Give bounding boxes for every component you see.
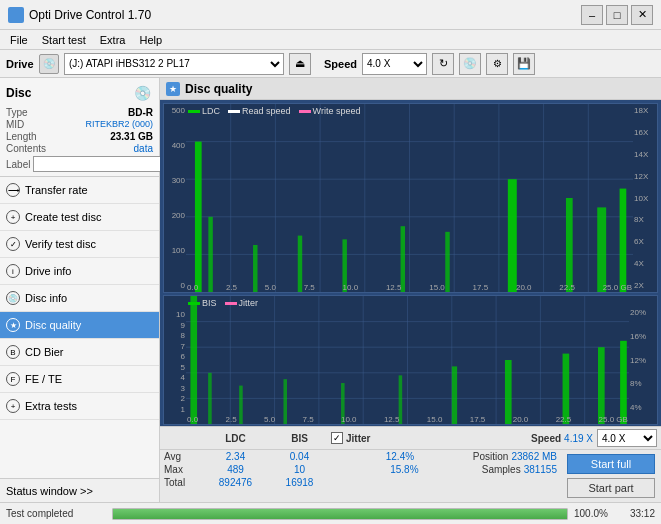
svg-rect-23 (620, 189, 627, 292)
nav-fe-te[interactable]: F FE / TE (0, 366, 159, 393)
type-value: BD-R (128, 107, 153, 118)
disc-quality-title: Disc quality (185, 82, 252, 96)
settings-icon[interactable]: ⚙ (486, 53, 508, 75)
max-ldc: 489 (203, 464, 268, 475)
svg-rect-13 (195, 142, 202, 292)
contents-label: Contents (6, 143, 46, 154)
avg-ldc: 2.34 (203, 451, 268, 462)
jitter-label: Jitter (346, 433, 370, 444)
label-input[interactable] (33, 156, 162, 172)
chart-bottom-y-right: 20% 16% 12% 8% 4% (629, 296, 657, 424)
svg-rect-22 (597, 207, 606, 292)
chart-top-y-left: 500 400 300 200 100 0 (164, 104, 186, 292)
svg-rect-46 (598, 347, 605, 424)
disc-panel: Disc 💿 Type BD-R MID RITEKBR2 (000) Leng… (0, 78, 159, 177)
app-icon (8, 7, 24, 23)
svg-rect-37 (190, 296, 197, 424)
mid-label: MID (6, 119, 24, 130)
max-bis: 10 (272, 464, 327, 475)
drive-eject-button[interactable]: ⏏ (289, 53, 311, 75)
nav-verify-test-disc[interactable]: ✓ Verify test disc (0, 231, 159, 258)
disc-info-icon: 💿 (6, 291, 20, 305)
svg-rect-20 (508, 179, 517, 292)
menu-file[interactable]: File (4, 33, 34, 47)
menu-help[interactable]: Help (133, 33, 168, 47)
chart-top-legend: LDC Read speed Write speed (188, 106, 360, 116)
chart-bottom-x-axis: 0.0 2.5 5.0 7.5 10.0 12.5 15.0 17.5 20.0… (186, 415, 629, 424)
progress-percent: 100.0% (574, 508, 614, 519)
speed-label: Speed (324, 58, 357, 70)
avg-bis: 0.04 (272, 451, 327, 462)
nav-cd-bier[interactable]: B CD Bier (0, 339, 159, 366)
minimize-button[interactable]: – (581, 5, 603, 25)
max-label: Max (164, 464, 199, 475)
nav-extra-tests[interactable]: + Extra tests (0, 393, 159, 420)
length-label: Length (6, 131, 37, 142)
progress-track (112, 508, 568, 520)
drive-bar: Drive 💿 (J:) ATAPI iHBS312 2 PL17 ⏏ Spee… (0, 50, 661, 78)
nav-drive-info[interactable]: i Drive info (0, 258, 159, 285)
total-bis: 16918 (272, 477, 327, 488)
close-button[interactable]: ✕ (631, 5, 653, 25)
stats-bar: LDC BIS ✓ Jitter Speed 4.19 X 4.0 X (160, 426, 661, 502)
ldc-header: LDC (203, 433, 268, 444)
chart-bottom-y-left: 10 9 8 7 6 5 4 3 2 1 (164, 296, 186, 424)
create-disc-icon: + (6, 210, 20, 224)
max-jitter: 15.8% (331, 464, 478, 475)
title-bar: Opti Drive Control 1.70 – □ ✕ (0, 0, 661, 30)
chart-bottom-legend: BIS Jitter (188, 298, 258, 308)
chart-top-svg (186, 104, 633, 292)
menu-start-test[interactable]: Start test (36, 33, 92, 47)
menu-extra[interactable]: Extra (94, 33, 132, 47)
disc-read-icon[interactable]: 💿 (459, 53, 481, 75)
samples-value: 381155 (524, 464, 557, 475)
sidebar: Disc 💿 Type BD-R MID RITEKBR2 (000) Leng… (0, 78, 160, 502)
transfer-rate-icon: ⟶ (6, 183, 20, 197)
progress-bar-row: Test completed 100.0% 33:12 (0, 502, 661, 524)
chart-top-area: LDC Read speed Write speed (186, 104, 633, 292)
contents-value: data (134, 143, 153, 154)
drive-info-icon: i (6, 264, 20, 278)
speed-refresh-icon[interactable]: ↻ (432, 53, 454, 75)
progress-status-text: Test completed (6, 508, 106, 519)
nav-transfer-rate[interactable]: ⟶ Transfer rate (0, 177, 159, 204)
label-label: Label (6, 159, 30, 170)
status-window-button[interactable]: Status window >> (0, 478, 159, 502)
bis-header: BIS (272, 433, 327, 444)
type-label: Type (6, 107, 28, 118)
jitter-checkbox[interactable]: ✓ (331, 432, 343, 444)
nav-disc-info[interactable]: 💿 Disc info (0, 285, 159, 312)
avg-label: Avg (164, 451, 199, 462)
content-area: ★ Disc quality 500 400 300 200 100 0 (160, 78, 661, 502)
svg-rect-14 (208, 217, 212, 292)
nav-create-test-disc[interactable]: + Create test disc (0, 204, 159, 231)
action-buttons: Start full Start part (561, 450, 661, 502)
chart-top-y-right: 18X 16X 14X 12X 10X 8X 6X 4X 2X (633, 104, 657, 292)
progress-time: 33:12 (620, 508, 655, 519)
speed-select[interactable]: 4.0 X (362, 53, 427, 75)
drive-select[interactable]: (J:) ATAPI iHBS312 2 PL17 (64, 53, 284, 75)
disc-quality-icon: ★ (6, 318, 20, 332)
chart-top: 500 400 300 200 100 0 LDC (163, 103, 658, 293)
svg-rect-47 (620, 341, 627, 424)
samples-label: Samples (482, 464, 521, 475)
position-value: 23862 MB (511, 451, 557, 462)
start-full-button[interactable]: Start full (567, 454, 655, 474)
length-value: 23.31 GB (110, 131, 153, 142)
start-part-button[interactable]: Start part (567, 478, 655, 498)
nav-disc-quality[interactable]: ★ Disc quality (0, 312, 159, 339)
save-icon[interactable]: 💾 (513, 53, 535, 75)
stats-speed-dropdown[interactable]: 4.0 X (597, 429, 657, 447)
maximize-button[interactable]: □ (606, 5, 628, 25)
avg-jitter: 12.4% (331, 451, 469, 462)
disc-panel-icon: 💿 (131, 82, 153, 104)
drive-icon: 💿 (39, 54, 59, 74)
speed-current-value: 4.19 X (564, 433, 593, 444)
verify-disc-icon: ✓ (6, 237, 20, 251)
drive-label: Drive (6, 58, 34, 70)
chart-bottom-svg (186, 296, 629, 424)
app-title: Opti Drive Control 1.70 (29, 8, 151, 22)
extra-tests-icon: + (6, 399, 20, 413)
chart-bottom: 10 9 8 7 6 5 4 3 2 1 (163, 295, 658, 425)
svg-rect-21 (566, 198, 573, 292)
